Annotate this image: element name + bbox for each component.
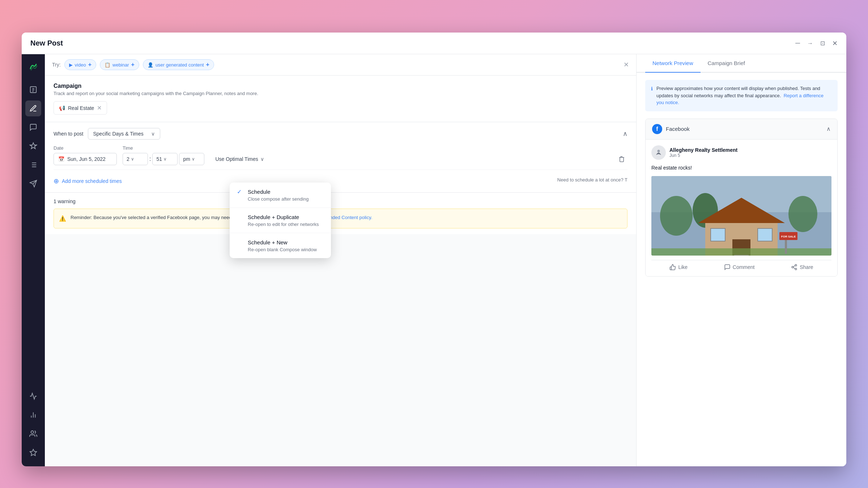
date-input[interactable]: 📅 Sun, Jun 5, 2022 [54,153,117,165]
period-select[interactable]: pm ∨ [179,153,204,165]
window-controls: ─ → ⊡ ✕ [795,39,838,47]
svg-point-34 [795,268,797,270]
schedule-option-duplicate[interactable]: ✓ Schedule + Duplicate Re-open to edit f… [230,208,331,233]
try-bar-close[interactable]: ✕ [624,61,629,69]
when-dropdown[interactable]: Specific Days & Times ∨ [88,128,160,140]
calendar-icon: 📅 [58,156,64,162]
try-tag-ugc-label: user generated content [156,62,204,68]
sidebar-item-activity[interactable] [25,388,41,404]
schedule-new-checkmark: ✓ [237,239,244,246]
schedule-option-desc: Close compose after sending [237,196,324,202]
minimize-button[interactable]: ─ [795,39,800,47]
warning-box: ⚠️ Reminder: Because you've selected a v… [54,209,627,228]
schedule-option-new[interactable]: ✓ Schedule + New Re-open blank Compose w… [230,233,331,258]
sidebar-item-reports[interactable] [25,407,41,423]
minute-value: 51 [156,156,162,162]
svg-line-35 [793,267,795,269]
app-window: New Post ─ → ⊡ ✕ [22,33,846,466]
app-body: Try: ▶ video + 📋 webinar + 👤 user genera… [22,54,846,466]
window-title: New Post [30,39,795,47]
add-more-row: ⊕ Add more scheduled times Need to sched… [54,170,627,187]
try-tag-video[interactable]: ▶ video + [64,59,96,70]
campaign-tag-label: Real Estate [68,105,94,111]
sidebar-item-content[interactable] [25,82,41,98]
facebook-icon: f [652,124,662,134]
tab-campaign-brief[interactable]: Campaign Brief [701,54,752,73]
optimal-times-button[interactable]: Use Optimal Times ∨ [210,153,269,165]
hour-select[interactable]: 2 ∨ [123,153,148,165]
share-label: Share [800,264,813,270]
try-tag-video-label: video [75,62,86,68]
campaign-tag-remove[interactable]: ✕ [97,104,102,111]
svg-rect-27 [651,248,831,256]
campaign-section: Campaign Track and report on your social… [45,76,636,122]
post-account: Allegheny Realty Settlement Jun 5 [651,145,831,160]
schedule-checkmark: ✓ [237,188,244,195]
schedule-hint: Need to schedule a lot at once? T [557,177,627,183]
account-avatar [651,145,666,160]
sidebar-item-inbox[interactable] [25,119,41,135]
optimal-times-label: Use Optimal Times [215,156,258,162]
period-chevron: ∨ [192,157,195,162]
try-tag-webinar-add[interactable]: + [131,61,135,68]
resize-button[interactable]: ⊡ [820,40,825,47]
hour-chevron: ∨ [131,157,134,162]
post-image: FOR SALE [651,176,831,256]
when-to-post-section: When to post Specific Days & Times ∨ ∧ D… [45,122,636,193]
schedule-duplicate-desc: Re-open to edit for other networks [237,222,324,227]
expand-button[interactable]: → [807,40,813,47]
minute-select[interactable]: 51 ∨ [152,153,178,165]
sidebar-item-compose[interactable] [25,100,41,116]
when-label: When to post [54,131,84,137]
like-action[interactable]: Like [669,264,688,270]
try-tag-webinar-label: webinar [112,62,129,68]
webinar-icon: 📋 [105,62,110,68]
sidebar-logo[interactable] [26,60,41,74]
add-more-icon: ⊕ [54,177,59,185]
sidebar-item-pin[interactable] [25,138,41,154]
comment-action[interactable]: Comment [724,264,755,270]
when-collapse-button[interactable]: ∧ [623,130,627,138]
warning-count: 1 warning [54,198,627,204]
sidebar [22,54,45,466]
try-tag-webinar[interactable]: 📋 webinar + [100,59,139,70]
delete-time-button[interactable] [616,150,627,161]
sidebar-item-team[interactable] [25,426,41,442]
schedule-option-schedule[interactable]: ✓ Schedule Close compose after sending [230,183,331,208]
sidebar-item-list[interactable] [25,157,41,173]
account-name: Allegheny Realty Settlement [669,147,737,153]
svg-point-13 [31,431,34,433]
sidebar-item-send[interactable] [25,176,41,192]
date-field-group: Date 📅 Sun, Jun 5, 2022 [54,145,117,165]
try-tag-ugc[interactable]: 👤 user generated content + [143,59,214,70]
like-label: Like [678,264,688,270]
try-tag-ugc-add[interactable]: + [206,61,209,68]
right-panel-tabs: Network Preview Campaign Brief [637,54,846,73]
try-tag-video-add[interactable]: + [88,61,92,68]
svg-point-32 [795,264,797,266]
svg-point-33 [792,266,794,268]
time-label: Time [123,145,204,151]
left-panel: Try: ▶ video + 📋 webinar + 👤 user genera… [45,54,637,466]
close-button[interactable]: ✕ [832,39,838,47]
title-bar: New Post ─ → ⊡ ✕ [22,33,846,54]
tab-network-preview[interactable]: Network Preview [645,54,701,73]
facebook-label: Facebook [666,126,690,132]
optimal-times-group: Use Optimal Times ∨ [210,146,269,165]
optimal-times-chevron: ∨ [260,156,264,162]
sidebar-item-star[interactable] [25,445,41,461]
post-actions: Like Comment [651,260,831,270]
add-more-button[interactable]: ⊕ Add more scheduled times [54,173,122,187]
svg-point-16 [658,150,660,152]
date-value: Sun, Jun 5, 2022 [67,156,106,162]
add-more-label: Add more scheduled times [62,178,122,184]
comment-label: Comment [733,264,755,270]
network-collapse-button[interactable]: ∧ [826,125,831,132]
date-label: Date [54,145,117,151]
campaign-tag: 📢 Real Estate ✕ [54,101,107,115]
datetime-row: Date 📅 Sun, Jun 5, 2022 Time 2 [54,145,627,165]
campaign-title: Campaign [54,83,627,89]
schedule-duplicate-label: Schedule + Duplicate [248,214,299,220]
svg-point-19 [660,196,693,236]
share-action[interactable]: Share [791,264,813,270]
